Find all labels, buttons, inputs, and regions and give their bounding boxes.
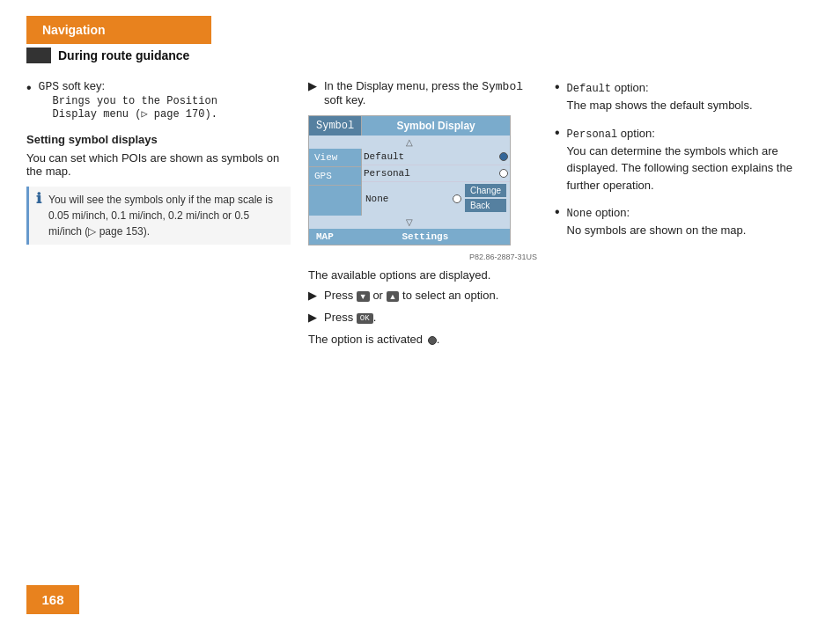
menu-suffix: menu (▷ page 170). — [103, 108, 217, 121]
arrow-right-2: ▶ — [308, 289, 317, 302]
option-default: Default — [362, 149, 510, 165]
step3-suffix: to select an option. — [402, 289, 498, 302]
bullet-dot-2: • — [555, 125, 560, 141]
info-box: ℹ You will see the symbols only if the m… — [26, 187, 291, 245]
bullet-dot-1: • — [555, 79, 560, 95]
display-body: View GPS Default Personal None — [309, 149, 510, 216]
display-title-area: Symbol Display — [362, 116, 510, 136]
step3-content: Press ▼ or ▲ to select an option. — [324, 289, 498, 302]
bullet-dot: • — [26, 79, 32, 98]
personal-option-label: Personal — [567, 128, 618, 141]
display-action-buttons: Change Back — [465, 184, 506, 214]
back-button[interactable]: Back — [465, 199, 506, 212]
default-option-desc: The map shows the default symbols. — [567, 99, 753, 112]
right-bullet-personal-content: Personal option: You can determine the s… — [567, 125, 814, 194]
right-bullet-none-content: None option: No symbols are shown on the… — [567, 204, 747, 239]
nav-header: Navigation — [26, 16, 211, 44]
display-tab-view: View — [309, 149, 361, 167]
display-symbol-tab: Symbol — [309, 116, 362, 136]
right-bullet-none: • None option: No symbols are shown on t… — [555, 204, 814, 239]
display-caption: P82.86-2887-31US — [308, 253, 537, 261]
position-display-text: Brings you to the PositionDisplay menu (… — [53, 95, 217, 121]
display-triangle-down: ▽ — [309, 216, 510, 229]
default-option-suffix: option: — [615, 81, 649, 94]
info-icon: ℹ — [36, 192, 41, 239]
display-map-label: MAP — [309, 229, 341, 245]
ok-btn: OK — [357, 313, 373, 324]
section-title: During route guidance — [58, 48, 189, 62]
setting-heading: Setting symbol displays — [26, 133, 291, 146]
step1-text: ▶ In the Display menu, press the Symbol … — [308, 79, 537, 106]
none-option-desc: No symbols are shown on the map. — [567, 223, 747, 237]
options-text: The available options are displayed. — [308, 268, 537, 282]
display-tab-gps: GPS — [309, 167, 361, 186]
right-column: • Default option: The map shows the defa… — [555, 79, 814, 353]
press-label-4: Press — [324, 311, 357, 324]
none-option-label: None — [567, 208, 593, 220]
or-text: or — [372, 289, 386, 302]
display-mockup: Symbol Symbol Display △ View GPS Default… — [308, 115, 511, 245]
radio-activated — [428, 336, 437, 345]
option-personal-label: Personal — [364, 168, 496, 179]
display-triangle-up: △ — [309, 136, 510, 149]
option-default-label: Default — [364, 151, 496, 162]
bullet-dot-3: • — [555, 204, 560, 220]
step4-content: Press OK. — [324, 311, 376, 324]
step5-text: The option is activated . — [308, 333, 537, 346]
change-button[interactable]: Change — [465, 184, 506, 197]
option-none-label: None — [365, 194, 388, 204]
option-none-row: None Change Back — [362, 182, 510, 216]
gps-bullet: • GPS soft key: Brings you to the Positi… — [26, 79, 291, 121]
symbol-mono: Symbol — [482, 80, 523, 93]
radio-default — [499, 152, 508, 161]
option-none-area: None — [365, 194, 461, 204]
radio-personal — [499, 169, 508, 178]
option-personal: Personal — [362, 165, 510, 182]
poi-text: You can set which POIs are shown as symb… — [26, 151, 291, 178]
page-number: 168 — [26, 585, 79, 614]
step5-period: . — [437, 333, 440, 346]
none-option-suffix: option: — [595, 206, 630, 219]
personal-option-suffix: option: — [621, 127, 655, 140]
display-settings-label: Settings — [341, 229, 510, 245]
gps-label: GPS — [39, 80, 59, 93]
section-bar — [26, 48, 51, 63]
press-label-3: Press — [324, 289, 357, 302]
nav-title: Navigation — [42, 23, 106, 37]
main-content: • GPS soft key: Brings you to the Positi… — [26, 79, 814, 353]
display-options-area: Default Personal None Change — [362, 149, 510, 216]
mid-column: ▶ In the Display menu, press the Symbol … — [308, 79, 537, 353]
display-left-tabs: View GPS — [309, 149, 362, 216]
up-arrow-btn: ▲ — [387, 291, 400, 302]
personal-option-desc: You can determine the symbols which are … — [567, 144, 792, 192]
step4-text: ▶ Press OK. — [308, 311, 537, 324]
step3-text: ▶ Press ▼ or ▲ to select an option. — [308, 289, 537, 302]
period: . — [373, 311, 377, 324]
step1-label: In the Display menu, press the — [324, 79, 482, 92]
gps-suffix: soft key: — [63, 79, 105, 92]
display-bottom-bar: MAP Settings — [309, 229, 510, 245]
brings-text: Brings you to the — [53, 95, 167, 107]
right-bullet-personal: • Personal option: You can determine the… — [555, 125, 814, 194]
default-option-label: Default — [567, 83, 611, 95]
info-text: You will see the symbols only if the map… — [48, 192, 284, 239]
radio-none — [453, 194, 461, 203]
step5-label: The option is activated — [308, 333, 426, 346]
right-bullet-default: • Default option: The map shows the defa… — [555, 79, 814, 114]
left-column: • GPS soft key: Brings you to the Positi… — [26, 79, 291, 353]
right-bullet-default-content: Default option: The map shows the defaul… — [567, 79, 753, 114]
step1-suffix: soft key. — [324, 93, 365, 106]
down-arrow-btn: ▼ — [357, 291, 370, 302]
display-top-bar: Symbol Symbol Display — [309, 116, 510, 136]
arrow-right-3: ▶ — [308, 311, 317, 324]
arrow-right-1: ▶ — [308, 79, 317, 92]
